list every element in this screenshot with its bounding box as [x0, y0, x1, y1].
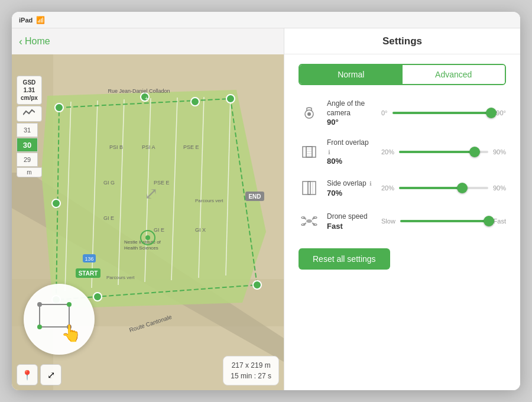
- tutorial-svg: 👆: [33, 293, 86, 346]
- device-frame: iPad 📶 ‹ Home: [12, 12, 520, 390]
- svg-text:PSE E: PSE E: [154, 180, 170, 186]
- svg-text:PSE E: PSE E: [183, 144, 199, 150]
- side-overlap-max: 90%: [493, 184, 506, 192]
- map-bottom: 217 x 219 m 15 min : 27 s: [12, 356, 284, 385]
- svg-text:END: END: [248, 193, 261, 200]
- svg-text:PSI A: PSI A: [142, 144, 155, 150]
- svg-text:GI G: GI G: [103, 180, 115, 186]
- flight-time: 15 min : 27 s: [231, 371, 271, 381]
- area-dimensions: 217 x 219 m: [231, 360, 271, 371]
- left-controls: GSD 1.31 cm/px 31 30 29: [17, 76, 42, 177]
- reset-button[interactable]: Reset all settings: [299, 248, 390, 270]
- svg-point-15: [253, 281, 261, 289]
- settings-header: Settings: [284, 28, 520, 54]
- svg-text:START: START: [79, 270, 98, 277]
- camera-angle-name: Angle of the camera: [327, 99, 374, 118]
- front-overlap-row: Front overlap ℹ 80% 20% 90%: [299, 138, 506, 166]
- side-overlap-value: 70%: [327, 189, 374, 197]
- gsd-label: GSD: [23, 79, 36, 86]
- front-overlap-info: Front overlap ℹ 80%: [327, 138, 374, 166]
- side-overlap-row: Side overlap ℹ 70% 20% 90%: [299, 177, 506, 199]
- svg-rect-61: [303, 181, 310, 194]
- gsd-value: 1.31: [24, 87, 35, 93]
- front-overlap-min: 20%: [381, 148, 394, 155]
- drone-speed-max: Fast: [494, 218, 506, 225]
- front-overlap-icon: [299, 141, 320, 163]
- drone-speed-track[interactable]: [400, 220, 489, 222]
- side-overlap-info: Side overlap ℹ 70%: [327, 179, 374, 197]
- front-overlap-slider-container: 20% 90%: [381, 148, 506, 155]
- svg-point-48: [37, 325, 42, 329]
- side-overlap-name: Side overlap ℹ: [327, 179, 374, 189]
- camera-angle-slider-container: 0° 90°: [381, 109, 506, 116]
- main-content: ‹ Home: [12, 28, 520, 390]
- svg-text:⤢: ⤢: [144, 184, 158, 203]
- camera-icon: [299, 102, 320, 124]
- svg-point-18: [93, 293, 102, 301]
- mode-advanced-button[interactable]: Advanced: [403, 65, 505, 84]
- mode-toggle[interactable]: Normal Advanced: [299, 64, 506, 85]
- back-label: Home: [25, 36, 50, 47]
- settings-body: Normal Advanced Angle of the camera: [284, 54, 520, 390]
- svg-text:GI E: GI E: [154, 227, 164, 233]
- altitude-current: 30: [17, 138, 38, 152]
- svg-text:Parcours vert: Parcours vert: [195, 198, 223, 203]
- svg-point-19: [191, 98, 199, 106]
- front-overlap-name: Front overlap ℹ: [327, 138, 374, 157]
- front-overlap-track[interactable]: [399, 151, 488, 153]
- drone-speed-name: Drone speed: [327, 212, 374, 222]
- altitude-up[interactable]: 31: [17, 123, 38, 137]
- svg-rect-53: [303, 147, 312, 157]
- svg-text:Rue Jean-Daniel Colladon: Rue Jean-Daniel Colladon: [108, 88, 170, 94]
- camera-angle-max: 90°: [496, 109, 506, 116]
- settings-title: Settings: [382, 35, 422, 47]
- front-overlap-value: 80%: [327, 157, 374, 166]
- drone-icon: [299, 210, 320, 232]
- svg-rect-54: [306, 147, 316, 157]
- altitude-down[interactable]: 29: [17, 153, 38, 167]
- svg-point-47: [67, 302, 72, 307]
- svg-point-46: [37, 302, 42, 307]
- wifi-icon: 📶: [36, 16, 45, 24]
- mode-normal-button[interactable]: Normal: [300, 65, 403, 84]
- back-button[interactable]: ‹ Home: [19, 35, 50, 48]
- back-chevron-icon: ‹: [19, 35, 22, 48]
- terrain-button[interactable]: [17, 106, 42, 122]
- gsd-display: GSD 1.31 cm/px: [17, 76, 42, 105]
- front-overlap-info-icon: ℹ: [328, 149, 330, 155]
- camera-angle-info: Angle of the camera 90°: [327, 99, 374, 127]
- svg-text:GI E: GI E: [103, 215, 114, 221]
- svg-point-42: [145, 235, 150, 240]
- tutorial-overlay: 👆: [24, 284, 95, 355]
- svg-rect-62: [308, 181, 316, 194]
- svg-point-66: [306, 219, 312, 223]
- svg-point-14: [226, 95, 235, 103]
- camera-angle-row: Angle of the camera 90° 0° 90°: [299, 99, 506, 127]
- camera-angle-value: 90°: [327, 118, 374, 127]
- map-panel: ‹ Home: [12, 28, 284, 390]
- drone-speed-value: Fast: [327, 222, 374, 231]
- svg-text:136: 136: [85, 256, 93, 262]
- nav-bar: ‹ Home: [12, 28, 284, 54]
- altitude-unit: m: [17, 167, 42, 177]
- svg-text:👆: 👆: [61, 323, 82, 343]
- svg-text:+: +: [145, 95, 148, 102]
- settings-panel: Settings Normal Advanced: [284, 28, 520, 390]
- svg-text:Health Sciences: Health Sciences: [124, 245, 158, 251]
- side-overlap-icon: [299, 177, 320, 199]
- camera-angle-min: 0°: [381, 109, 388, 116]
- side-overlap-min: 20%: [381, 184, 394, 192]
- drone-speed-row: Drone speed Fast Slow Fast: [299, 210, 506, 232]
- svg-point-52: [307, 112, 311, 116]
- svg-point-13: [55, 103, 63, 112]
- side-overlap-slider-container: 20% 90%: [381, 184, 506, 192]
- side-overlap-track[interactable]: [399, 187, 488, 189]
- svg-text:Parcours vert: Parcours vert: [106, 275, 135, 280]
- svg-text:GI X: GI X: [195, 227, 206, 233]
- drone-speed-min: Slow: [381, 218, 395, 225]
- map-info-box: 217 x 219 m 15 min : 27 s: [223, 356, 279, 385]
- camera-angle-track[interactable]: [392, 112, 492, 114]
- gsd-unit: cm/px: [21, 95, 38, 101]
- status-bar: iPad 📶: [12, 12, 520, 28]
- altitude-controls: 31 30 29 m: [17, 123, 42, 177]
